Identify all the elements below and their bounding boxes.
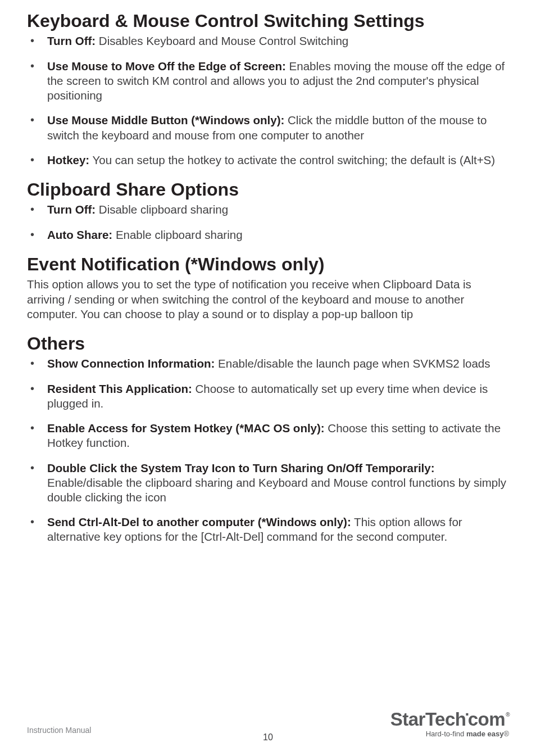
document-page: Keyboard & Mouse Control Switching Setti… (0, 0, 536, 545)
item-text: Enable/disable the launch page when SVKM… (215, 357, 490, 370)
list-km: Turn Off: Disables Keyboard and Mouse Co… (27, 34, 509, 168)
registered-mark: ® (506, 712, 510, 718)
item-text: You can setup the hotkey to activate the… (89, 153, 495, 166)
tagline-pre: Hard-to-find (426, 730, 466, 738)
brand-dot-icon: . (465, 703, 469, 718)
item-bold: Use Mouse to Move Off the Edge of Screen… (47, 60, 286, 73)
list-item: Turn Off: Disables Keyboard and Mouse Co… (27, 34, 509, 48)
list-item: Show Connection Information: Enable/disa… (27, 356, 509, 371)
item-bold: Resident This Application: (47, 382, 192, 395)
heading-km: Keyboard & Mouse Control Switching Setti… (27, 10, 509, 31)
list-item: Auto Share: Enable clipboard sharing (27, 228, 509, 242)
item-bold: Double Click the System Tray Icon to Tur… (47, 461, 435, 474)
page-footer: Instruction Manual 10 StarTech.com® Hard… (0, 709, 536, 743)
list-item: Double Click the System Tray Icon to Tur… (27, 461, 509, 505)
list-item: Use Mouse Middle Button (*Windows only):… (27, 113, 509, 142)
brand-tagline: Hard-to-find made easy® (390, 730, 509, 738)
brand-logo: StarTech.com® Hard-to-find made easy® (390, 710, 509, 738)
item-text: Disable clipboard sharing (96, 203, 228, 216)
list-item: Use Mouse to Move Off the Edge of Screen… (27, 59, 509, 103)
paragraph-event: This option allows you to set the type o… (27, 277, 509, 322)
list-item: Resident This Application: Choose to aut… (27, 382, 509, 411)
item-bold: Turn Off: (47, 34, 96, 47)
list-clipboard: Turn Off: Disable clipboard sharing Auto… (27, 202, 509, 242)
brand-name: StarTech.com® (390, 710, 509, 728)
item-bold: Turn Off: (47, 203, 96, 216)
brand-part1: StarTech (390, 710, 466, 728)
list-others: Show Connection Information: Enable/disa… (27, 356, 509, 544)
brand-part2: com (468, 710, 505, 728)
item-bold: Enable Access for System Hotkey (*MAC OS… (47, 422, 325, 434)
list-item: Enable Access for System Hotkey (*MAC OS… (27, 421, 509, 450)
item-bold: Send Ctrl-Alt-Del to another computer (*… (47, 515, 351, 528)
list-item: Send Ctrl-Alt-Del to another computer (*… (27, 515, 509, 544)
tagline-post: ® (503, 730, 509, 738)
heading-clipboard: Clipboard Share Options (27, 179, 509, 200)
item-bold: Auto Share: (47, 228, 112, 241)
item-bold: Show Connection Information: (47, 357, 215, 370)
heading-others: Others (27, 333, 509, 354)
list-item: Turn Off: Disable clipboard sharing (27, 202, 509, 217)
item-bold: Hotkey: (47, 153, 89, 166)
item-bold: Use Mouse Middle Button (*Windows only): (47, 114, 284, 126)
heading-event: Event Notification (*Windows only) (27, 253, 509, 275)
item-text: Enable clipboard sharing (112, 228, 242, 241)
item-text: Disables Keyboard and Mouse Control Swit… (96, 34, 348, 47)
tagline-bold: made easy (466, 730, 504, 738)
item-text: Enable/disable the clipboard sharing and… (47, 476, 506, 504)
list-item: Hotkey: You can setup the hotkey to acti… (27, 153, 509, 168)
